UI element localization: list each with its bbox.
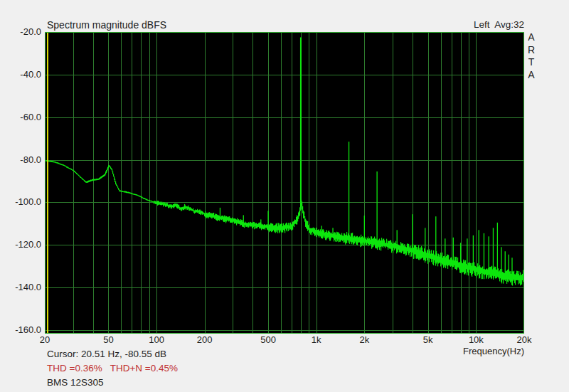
x-axis-title: Frequency(Hz) <box>463 346 524 356</box>
spectrum-plot-canvas[interactable] <box>45 32 524 334</box>
arta-letter: R <box>526 44 536 57</box>
y-tick-label: -20.0 <box>0 26 41 38</box>
arta-spectrum-window: { "header": { "title": "Spectrum magnitu… <box>0 0 569 392</box>
y-tick-label: -40.0 <box>0 69 41 80</box>
x-tick-label: 5k <box>423 334 433 345</box>
thd-readout: THD =0.36% THD+N =0.45% <box>47 363 178 374</box>
x-tick-label: 100 <box>149 334 164 345</box>
spectrum-plot-area <box>45 32 524 334</box>
arta-letter: A <box>526 69 536 82</box>
x-tick-label: 50 <box>103 334 113 345</box>
arta-letter: A <box>526 31 536 44</box>
y-tick-label: -100.0 <box>0 196 41 208</box>
x-tick-label: 200 <box>197 334 213 345</box>
page-title: Spectrum magnitude dBFS <box>47 19 166 31</box>
arta-letter: T <box>526 56 536 69</box>
x-tick-label: 20k <box>517 334 532 345</box>
arta-logo-text: A R T A <box>526 31 536 81</box>
x-tick-label: 1k <box>312 334 321 345</box>
y-tick-label: -80.0 <box>0 154 41 166</box>
y-tick-label: -140.0 <box>0 282 41 293</box>
y-tick-label: -120.0 <box>0 239 41 250</box>
cursor-readout: Cursor: 20.51 Hz, -80.55 dB <box>47 349 166 359</box>
y-tick-label: -60.0 <box>0 112 41 123</box>
x-tick-label: 2k <box>359 334 369 345</box>
channel-average-info: Left Avg:32 <box>474 19 524 30</box>
y-tick-label: -160.0 <box>0 324 41 336</box>
x-tick-label: 20 <box>40 334 50 345</box>
memo-text: BMS 12S305 <box>47 377 104 388</box>
x-tick-label: 500 <box>260 334 276 345</box>
x-tick-label: 10k <box>469 334 484 345</box>
